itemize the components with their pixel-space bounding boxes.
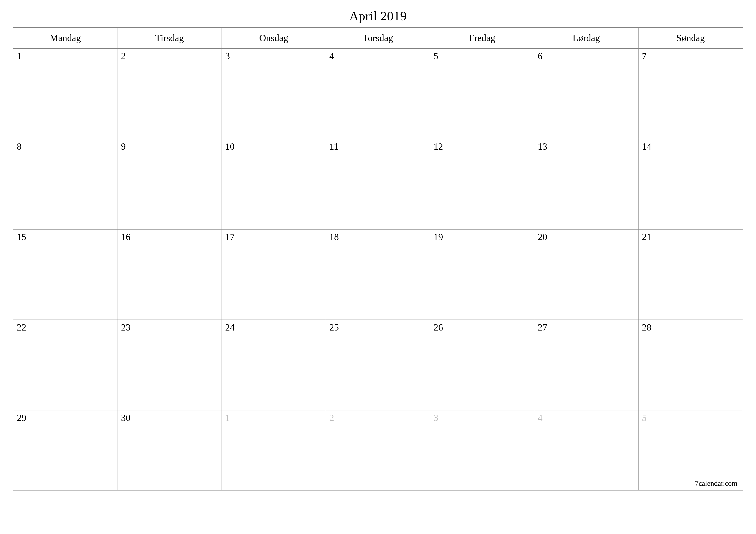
day-cell: 25 bbox=[326, 320, 430, 410]
weekday-header: Mandag bbox=[14, 28, 118, 48]
day-number: 4 bbox=[538, 413, 635, 423]
day-cell: 7 bbox=[638, 49, 742, 139]
day-number: 11 bbox=[329, 141, 426, 152]
day-number: 16 bbox=[121, 232, 218, 243]
day-number: 15 bbox=[17, 232, 114, 243]
day-number: 7 bbox=[642, 51, 739, 62]
day-number: 13 bbox=[538, 141, 635, 152]
day-number: 2 bbox=[329, 413, 426, 423]
day-cell: 9 bbox=[118, 139, 222, 229]
day-cell: 29 bbox=[14, 410, 118, 490]
day-cell: 17 bbox=[222, 230, 326, 319]
weekday-header-row: Mandag Tirsdag Onsdag Torsdag Fredag Lør… bbox=[14, 28, 742, 49]
day-cell: 16 bbox=[118, 230, 222, 319]
day-number: 2 bbox=[121, 51, 218, 62]
week-row: 8 9 10 11 12 13 14 bbox=[14, 139, 742, 230]
day-cell: 2 bbox=[326, 410, 430, 490]
weekday-header: Tirsdag bbox=[118, 28, 222, 48]
day-number: 23 bbox=[121, 322, 218, 333]
day-number: 27 bbox=[538, 322, 635, 333]
day-number: 17 bbox=[225, 232, 322, 243]
day-number: 6 bbox=[538, 51, 635, 62]
day-number: 14 bbox=[642, 141, 739, 152]
week-row: 1 2 3 4 5 6 7 bbox=[14, 49, 742, 139]
day-cell: 5 bbox=[430, 49, 534, 139]
day-number: 5 bbox=[434, 51, 530, 62]
day-cell: 24 bbox=[222, 320, 326, 410]
day-number: 1 bbox=[17, 51, 114, 62]
day-number: 10 bbox=[225, 141, 322, 152]
day-number: 26 bbox=[434, 322, 530, 333]
day-cell: 20 bbox=[534, 230, 638, 319]
day-number: 4 bbox=[329, 51, 426, 62]
day-number: 20 bbox=[538, 232, 635, 243]
weekday-header: Søndag bbox=[638, 28, 742, 48]
day-number: 3 bbox=[225, 51, 322, 62]
day-cell: 1 bbox=[14, 49, 118, 139]
day-cell: 30 bbox=[118, 410, 222, 490]
calendar-title: April 2019 bbox=[13, 9, 743, 23]
day-cell: 4 bbox=[326, 49, 430, 139]
day-cell: 22 bbox=[14, 320, 118, 410]
day-number: 12 bbox=[434, 141, 530, 152]
day-cell: 12 bbox=[430, 139, 534, 229]
day-number: 19 bbox=[434, 232, 530, 243]
day-cell: 18 bbox=[326, 230, 430, 319]
calendar-grid: Mandag Tirsdag Onsdag Torsdag Fredag Lør… bbox=[13, 27, 743, 491]
day-number: 1 bbox=[225, 413, 322, 423]
day-number: 29 bbox=[17, 413, 114, 423]
week-row: 29 30 1 2 3 4 5 7calendar.com bbox=[14, 410, 742, 490]
day-number: 8 bbox=[17, 141, 114, 152]
day-number: 9 bbox=[121, 141, 218, 152]
day-cell: 26 bbox=[430, 320, 534, 410]
calendar-container: Mandag Tirsdag Onsdag Torsdag Fredag Lør… bbox=[13, 27, 743, 491]
day-number: 18 bbox=[329, 232, 426, 243]
day-cell: 28 bbox=[638, 320, 742, 410]
day-cell: 8 bbox=[14, 139, 118, 229]
week-row: 15 16 17 18 19 20 21 bbox=[14, 230, 742, 320]
day-cell: 3 bbox=[222, 49, 326, 139]
day-number: 28 bbox=[642, 322, 739, 333]
day-cell: 11 bbox=[326, 139, 430, 229]
weekday-header: Onsdag bbox=[222, 28, 326, 48]
day-cell: 13 bbox=[534, 139, 638, 229]
day-cell: 27 bbox=[534, 320, 638, 410]
day-cell: 21 bbox=[638, 230, 742, 319]
day-number: 25 bbox=[329, 322, 426, 333]
day-cell: 19 bbox=[430, 230, 534, 319]
day-number: 5 bbox=[642, 413, 739, 423]
day-cell: 10 bbox=[222, 139, 326, 229]
day-number: 30 bbox=[121, 413, 218, 423]
day-number: 22 bbox=[17, 322, 114, 333]
day-cell: 15 bbox=[14, 230, 118, 319]
week-row: 22 23 24 25 26 27 28 bbox=[14, 320, 742, 410]
weekday-header: Lørdag bbox=[534, 28, 638, 48]
day-number: 3 bbox=[434, 413, 530, 423]
day-cell: 23 bbox=[118, 320, 222, 410]
day-cell: 2 bbox=[118, 49, 222, 139]
day-number: 24 bbox=[225, 322, 322, 333]
day-cell: 14 bbox=[638, 139, 742, 229]
weekday-header: Fredag bbox=[430, 28, 534, 48]
day-cell: 6 bbox=[534, 49, 638, 139]
day-cell: 1 bbox=[222, 410, 326, 490]
day-cell: 3 bbox=[430, 410, 534, 490]
day-cell: 5 7calendar.com bbox=[638, 410, 742, 490]
day-number: 21 bbox=[642, 232, 739, 243]
weekday-header: Torsdag bbox=[326, 28, 430, 48]
footer-credit: 7calendar.com bbox=[695, 479, 738, 488]
day-cell: 4 bbox=[534, 410, 638, 490]
